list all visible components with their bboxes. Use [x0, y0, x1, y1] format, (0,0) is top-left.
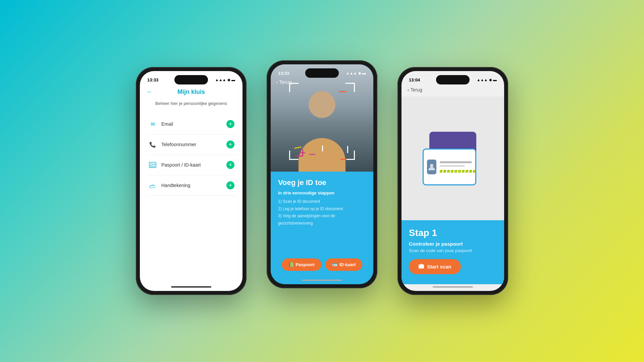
passport-label: Paspoort / ID-kaart: [161, 162, 201, 168]
menu-item-phone[interactable]: 📞 Telefoonnummer +: [147, 134, 236, 155]
status-time-3: 13:04: [409, 77, 420, 82]
id-card-illustration: [423, 132, 483, 185]
camera-view: 13:33 ▲▲▲ ◈ ▬ ‹ Terug: [271, 64, 373, 172]
battery-icon: ▬: [231, 78, 235, 82]
page-subtitle-1: Beheer hier je persoonlijke gegevens: [147, 101, 236, 106]
id-card-lines: [440, 161, 476, 173]
illustration-area: [401, 97, 504, 220]
phone1-nav: ← Mijn kluis: [147, 86, 236, 101]
step-title: Stap 1: [409, 228, 497, 238]
phone-1: 13:33 ▲▲▲ ◈ ▬ ← Mijn kluis Beheer hier j…: [136, 67, 247, 295]
passport-icon: [148, 160, 157, 170]
battery-icon-2: ▬: [362, 71, 366, 75]
menu-item-email[interactable]: ✉ Email +: [147, 114, 236, 134]
back-button-2[interactable]: ‹ Terug: [276, 79, 292, 85]
passport-btn-label: Paspoort: [296, 262, 315, 267]
back-label-2: Terug: [279, 79, 292, 85]
idcard-btn-icon: 🪪: [332, 262, 337, 267]
back-button-3[interactable]: ‹ Terug: [408, 87, 422, 93]
signal-icon-3: ▲▲▲: [477, 78, 488, 82]
status-time-2: 13:33: [278, 71, 289, 76]
marker-corner-pink: [296, 149, 303, 157]
step-subtitle: Controleer je paspoort: [409, 241, 497, 247]
add-phone-button[interactable]: +: [226, 140, 234, 148]
chevron-back-icon: ‹: [408, 87, 409, 93]
marker-white-v: [347, 146, 348, 153]
phone-label: Telefoonnummer: [161, 142, 196, 147]
marker-yellow-1: [294, 146, 302, 149]
add-signature-button[interactable]: +: [226, 181, 234, 189]
phone-3: 13:04 ▲▲▲ ◈ ▬ ‹ Terug: [397, 67, 508, 295]
camera-icon: [418, 263, 424, 270]
add-passport-button[interactable]: +: [226, 161, 234, 169]
status-icons-2: ▲▲▲ ◈ ▬: [346, 71, 366, 75]
marker-pink-2: [309, 154, 316, 155]
marker-orange: [340, 159, 346, 160]
signature-label: Handtekening: [161, 183, 190, 188]
step-description: Scan de code van jouw paspoort: [409, 248, 497, 253]
start-scan-button[interactable]: Start scan: [409, 259, 461, 274]
home-indicator-1: [171, 286, 211, 288]
back-button-1[interactable]: ←: [147, 88, 153, 96]
phone3-nav: ‹ Terug: [401, 86, 504, 97]
steps-subheading: In drie eenvoudige stappen: [278, 190, 366, 195]
chevron-left-icon: ‹: [276, 79, 278, 85]
svg-point-6: [430, 164, 433, 167]
signature-icon: [148, 181, 157, 190]
home-indicator-3: [433, 286, 473, 288]
status-icons-1: ▲▲▲ ◈ ▬: [215, 78, 235, 82]
phone-icon: 📞: [148, 140, 157, 149]
status-icons-3: ▲▲▲ ◈ ▬: [477, 78, 497, 82]
add-email-button[interactable]: +: [226, 120, 234, 128]
dynamic-island-2: [305, 68, 339, 78]
signal-icon-2: ▲▲▲: [346, 71, 357, 75]
steps-list: 1) Scan je ID document 2) Leg je telefoo…: [278, 198, 366, 254]
phone-2: 13:33 ▲▲▲ ◈ ▬ ‹ Terug: [267, 60, 377, 288]
step-1: 1) Scan je ID document: [278, 198, 366, 205]
email-label: Email: [161, 121, 173, 127]
wifi-icon: ◈: [227, 78, 230, 82]
corner-tr: [345, 83, 355, 92]
status-time-1: 13:33: [147, 77, 158, 82]
signal-icon: ▲▲▲: [215, 78, 226, 82]
dynamic-island-1: [174, 75, 208, 84]
phone3-bottom: Stap 1 Controleer je paspoort Scan de co…: [401, 220, 504, 284]
id-avatar-icon: [427, 160, 436, 174]
wifi-icon-2: ◈: [358, 71, 361, 75]
voeg-id-heading: Voeg je ID toe: [278, 178, 366, 187]
step-3: 3) Volg de aanwijzingen voor de gezichts…: [278, 213, 366, 227]
idcard-btn-label: ID-kaart: [339, 262, 356, 267]
id-card-front: [423, 148, 476, 185]
wifi-icon-3: ◈: [489, 78, 492, 82]
back-label-3: Terug: [411, 87, 422, 93]
marker-orange-top: [339, 91, 346, 92]
phone1-content: ← Mijn kluis Beheer hier je persoonlijke…: [140, 86, 243, 284]
menu-item-passport[interactable]: Paspoort / ID-kaart +: [147, 155, 236, 175]
marker-center-v: [322, 145, 323, 152]
phone2-bottom: Voeg je ID toe In drie eenvoudige stappe…: [271, 172, 373, 278]
idcard-button[interactable]: 🪪 ID-kaart: [325, 258, 362, 271]
id-type-buttons: 📗 Paspoort 🪪 ID-kaart: [278, 258, 366, 271]
page-title-1: Mijn kluis: [177, 88, 205, 96]
menu-item-signature[interactable]: Handtekening +: [147, 175, 236, 196]
mrz-row: [440, 170, 476, 173]
home-indicator-2: [302, 280, 342, 281]
passport-btn-icon: 📗: [288, 262, 294, 267]
battery-icon-3: ▬: [493, 78, 497, 82]
step-2: 2) Leg je telefoon op je ID document: [278, 205, 366, 213]
svg-point-1: [151, 164, 153, 166]
passport-button[interactable]: 📗 Paspoort: [282, 258, 321, 271]
dynamic-island-3: [436, 75, 470, 84]
email-icon: ✉: [148, 119, 157, 129]
start-scan-label: Start scan: [427, 264, 451, 269]
